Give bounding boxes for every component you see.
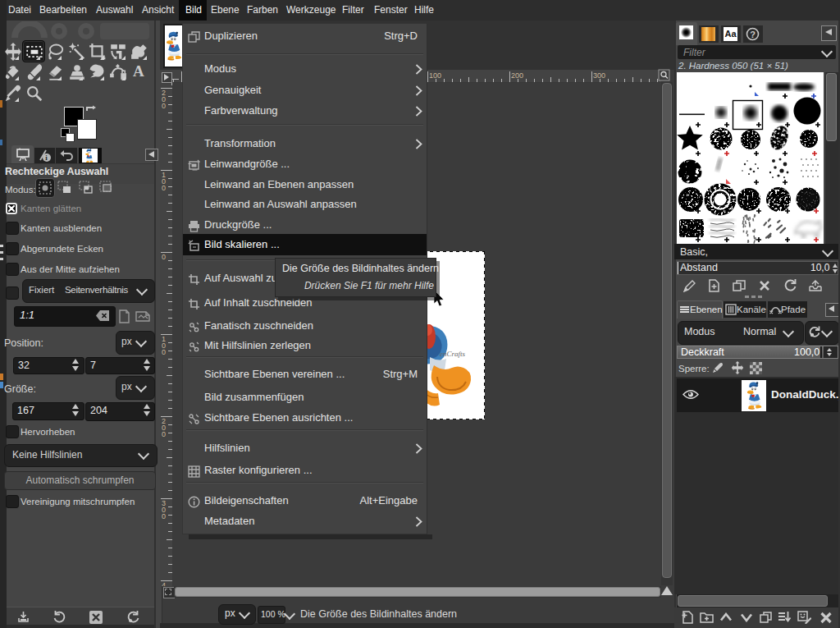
svg-text:?: ? [750, 30, 756, 39]
svg-text:enCrafts: enCrafts [440, 350, 466, 358]
